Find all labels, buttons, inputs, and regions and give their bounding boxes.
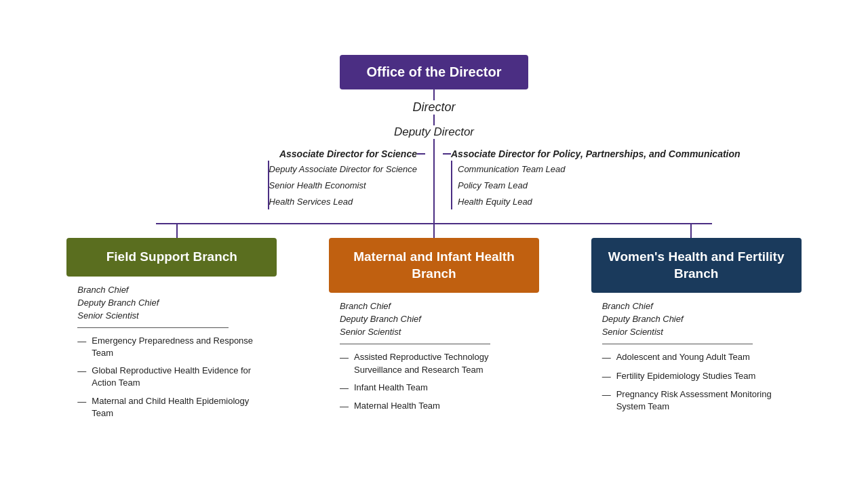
branch-womens-health: Women's Health and Fertility Branch Bran… — [591, 238, 802, 426]
divider-1 — [340, 344, 490, 344]
role-1-0: Branch Chief — [340, 301, 528, 311]
right-sub-1: Policy Team Lead — [458, 177, 566, 193]
team-0-0: — Emergency Preparedness and Response Te… — [77, 335, 266, 359]
vline-1 — [433, 89, 435, 100]
branch-body-0: Branch Chief Deputy Branch Chief Senior … — [66, 277, 277, 433]
team-2-0: — Adolescent and Young Adult Team — [602, 351, 791, 364]
right-assoc-block: Associate Director for Policy, Partnersh… — [435, 147, 706, 209]
branch-body-1: Branch Chief Deputy Branch Chief Senior … — [329, 293, 539, 426]
team-0-2: — Maternal and Child Health Epidemiology… — [77, 395, 266, 420]
branch-header-1: Maternal and Infant Health Branch — [329, 238, 539, 293]
right-sub-2: Health Equity Lead — [458, 193, 566, 209]
left-sub-2: Health Services Lead — [269, 193, 417, 209]
branch-body-2: Branch Chief Deputy Branch Chief Senior … — [591, 293, 802, 426]
left-sub-1: Senior Health Economist — [269, 177, 417, 193]
branch-vline-1 — [176, 224, 178, 238]
team-1-2: — Maternal Health Team — [340, 400, 528, 413]
org-chart: Office of the Director Director Deputy D… — [27, 55, 841, 433]
role-0-1: Deputy Branch Chief — [77, 298, 266, 308]
top-box: Office of the Director — [340, 55, 529, 89]
role-0-0: Branch Chief — [77, 285, 266, 295]
right-sub-0: Communication Team Lead — [458, 161, 566, 177]
team-2-2: — Pregnancy Risk Assessment Monitoring S… — [602, 388, 791, 413]
tree-vlines-bottom — [156, 224, 712, 238]
team-0-1: — Global Reproductive Health Evidence fo… — [77, 365, 266, 389]
left-sub-0: Deputy Associate Director for Science — [269, 161, 417, 177]
branch-header-2: Women's Health and Fertility Branch — [591, 238, 802, 293]
team-1-0: — Assisted Reproductive Technology Surve… — [340, 351, 528, 375]
branch-vline-2 — [433, 224, 435, 238]
left-assoc-block: Associate Director for Science Deputy As… — [162, 147, 433, 209]
role-1-1: Deputy Branch Chief — [340, 314, 528, 324]
right-assoc-title: Associate Director for Policy, Partnersh… — [451, 148, 741, 159]
role-1-2: Senior Scientist — [340, 327, 528, 337]
tree-connector — [129, 209, 739, 238]
vline-2 — [433, 115, 435, 125]
branch-field-support: Field Support Branch Branch Chief Deputy… — [66, 238, 277, 433]
branch-maternal-infant: Maternal and Infant Health Branch Branch… — [329, 238, 539, 426]
vline-3 — [433, 139, 435, 147]
branch-vline-3 — [690, 224, 692, 238]
team-2-1: — Fertility Epidemiology Studies Team — [602, 370, 791, 383]
role-0-2: Senior Scientist — [77, 310, 266, 321]
role-2-0: Branch Chief — [602, 301, 791, 311]
tree-vline-top — [433, 209, 435, 223]
divider-0 — [77, 327, 228, 328]
team-1-1: — Infant Health Team — [340, 382, 528, 394]
branch-header-0: Field Support Branch — [66, 238, 277, 277]
title-text: Office of the Director — [367, 64, 502, 79]
associate-wrapper: Associate Director for Science Deputy As… — [129, 147, 739, 209]
director-label: Director — [412, 100, 455, 115]
branch-section: Field Support Branch Branch Chief Deputy… — [27, 238, 841, 433]
role-2-2: Senior Scientist — [602, 327, 791, 337]
role-2-1: Deputy Branch Chief — [602, 314, 791, 324]
deputy-director-label: Deputy Director — [394, 125, 474, 139]
divider-2 — [602, 344, 753, 344]
left-assoc-title: Associate Director for Science — [279, 148, 417, 159]
